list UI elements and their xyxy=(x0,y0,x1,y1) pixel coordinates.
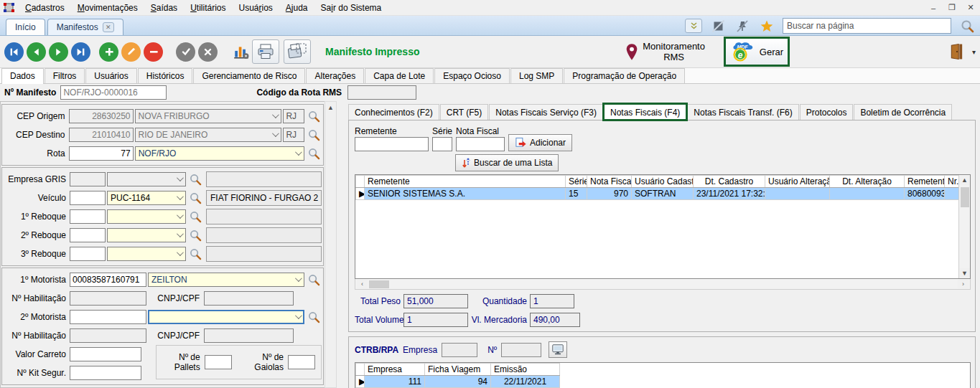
previous-record-button[interactable] xyxy=(27,42,46,62)
habilitacao1-input[interactable] xyxy=(70,291,146,306)
ctrb-grid[interactable]: EmpresaFicha ViagemEmissão▶1119422/11/20… xyxy=(355,362,971,388)
column-header[interactable]: Nota Fiscal xyxy=(587,176,632,188)
reboque1-combo[interactable] xyxy=(107,209,186,224)
column-header[interactable]: Emissão xyxy=(491,364,560,376)
cep-origem-input[interactable] xyxy=(69,109,134,123)
tab-dados[interactable]: Dados xyxy=(1,68,44,84)
restore-button[interactable]: ❐ xyxy=(943,1,961,14)
tab-inicio[interactable]: Início xyxy=(6,19,45,35)
last-record-button[interactable] xyxy=(71,42,90,62)
tab-filtros[interactable]: Filtros xyxy=(45,68,85,83)
vscroll-thumb[interactable] xyxy=(961,187,969,207)
scroll-up-icon[interactable]: ▲ xyxy=(959,175,970,185)
tab-manifestos[interactable]: Manifestos ✕ xyxy=(47,19,123,35)
manifest-number-input[interactable] xyxy=(60,85,167,100)
gaiolas-input[interactable] xyxy=(288,355,315,369)
nota-fiscal-input[interactable] xyxy=(456,137,505,151)
empresa-gris-codigo-input[interactable] xyxy=(70,172,106,186)
tab-usu-rios[interactable]: Usuários xyxy=(85,68,136,83)
rota-search-icon[interactable] xyxy=(306,148,322,160)
rota-codigo-input[interactable] xyxy=(69,146,134,161)
add-record-button[interactable] xyxy=(99,42,118,62)
pallets-input[interactable] xyxy=(205,355,232,369)
tab-espa-o-ocioso[interactable]: Espaço Ocioso xyxy=(434,68,510,83)
column-header[interactable]: Usuário Cadastro xyxy=(632,176,694,188)
notas-fiscais-grid[interactable]: RemetenteSérieNota FiscalUsuário Cadastr… xyxy=(355,174,971,279)
motorista2-combo[interactable] xyxy=(148,310,304,324)
menu-item-movimenta-es[interactable]: Movimentações xyxy=(71,1,144,14)
reboque3-codigo-input[interactable] xyxy=(70,247,106,261)
toolbar-overflow-caret[interactable]: ▾ xyxy=(972,48,976,56)
motorista1-codigo-input[interactable] xyxy=(70,273,146,287)
grid-hscrollbar[interactable]: ‹ › xyxy=(355,279,971,290)
find-search-icon[interactable] xyxy=(958,19,976,33)
print-button[interactable] xyxy=(252,39,279,64)
column-header[interactable]: Usuário Alteração xyxy=(765,176,830,188)
next-record-button[interactable] xyxy=(49,42,68,62)
column-header[interactable]: Dt. Alteração xyxy=(830,176,905,188)
double-chevron-down-icon[interactable] xyxy=(685,19,702,33)
menu-item-cadastros[interactable]: Cadastros xyxy=(19,1,71,14)
reboque2-combo[interactable] xyxy=(107,228,186,242)
close-button[interactable]: ✕ xyxy=(961,1,980,14)
column-header[interactable]: Série xyxy=(566,176,587,188)
print-preview-button[interactable] xyxy=(284,39,311,64)
menu-item-utilit-rios[interactable]: Utilitários xyxy=(184,1,232,14)
favorites-star-icon[interactable] xyxy=(758,19,775,33)
column-header[interactable]: Empresa xyxy=(365,364,425,376)
cep-origem-city-combo[interactable]: NOVA FRIBURGO xyxy=(135,109,282,123)
reboque2-codigo-input[interactable] xyxy=(70,228,106,242)
tab-notas-fiscais-f4-[interactable]: Notas Fiscais (F4) xyxy=(604,104,686,120)
delete-record-button[interactable] xyxy=(144,42,163,62)
veiculo-search-icon[interactable] xyxy=(187,192,203,204)
tab-capa-de-lote[interactable]: Capa de Lote xyxy=(365,68,434,83)
table-row[interactable]: ▶SENIOR SISTEMAS S.A.15970SOFTRAN23/11/2… xyxy=(356,188,971,200)
reboque3-combo[interactable] xyxy=(107,247,186,261)
menu-item-usu-rios[interactable]: Usuários xyxy=(232,1,279,14)
menu-item-sair-do-sistema[interactable]: Sair do Sistema xyxy=(314,1,388,14)
tab-hist-ricos[interactable]: Históricos xyxy=(138,68,193,83)
ctrb-empresa-input[interactable] xyxy=(442,343,477,357)
reboque2-search-icon[interactable] xyxy=(187,230,203,242)
motorista2-codigo-input[interactable] xyxy=(70,310,146,324)
column-header[interactable]: Ficha Viagem xyxy=(425,364,491,376)
motorista1-search-icon[interactable] xyxy=(306,274,322,286)
scroll-right-icon[interactable]: › xyxy=(958,280,969,288)
ctrb-numero-input[interactable] xyxy=(501,343,541,357)
cnpj1-input[interactable] xyxy=(204,291,294,306)
gerar-mdfe-button[interactable]: MDF e Gerar xyxy=(724,37,790,67)
edit-record-button[interactable] xyxy=(121,42,141,62)
cep-origem-search-icon[interactable] xyxy=(306,110,322,123)
minimize-button[interactable]: – xyxy=(924,1,943,14)
confirm-button[interactable] xyxy=(176,42,195,62)
serie-input[interactable] xyxy=(432,137,452,151)
cep-destino-uf-input[interactable] xyxy=(283,128,304,142)
empresa-gris-combo[interactable] xyxy=(107,172,186,186)
tab-gerenciamento-de-risco[interactable]: Gerenciamento de Risco xyxy=(193,68,305,83)
menu-item-sa-das[interactable]: Saídas xyxy=(144,1,184,14)
reboque3-search-icon[interactable] xyxy=(187,248,203,260)
buscar-lista-button[interactable]: Buscar de uma Lista xyxy=(455,154,559,171)
tab-altera-es[interactable]: Alterações xyxy=(306,68,364,83)
cnpj2-input[interactable] xyxy=(204,328,294,343)
cep-destino-search-icon[interactable] xyxy=(306,129,322,141)
table-row[interactable]: ▶1119422/11/2021 xyxy=(356,376,560,388)
grid-vscrollbar[interactable]: ▲▼ xyxy=(958,175,970,278)
cep-origem-uf-input[interactable] xyxy=(283,109,304,123)
tab-notas-fiscais-transf-f6-[interactable]: Notas Fiscais Transf. (F6) xyxy=(687,104,798,120)
exit-door-icon[interactable] xyxy=(948,42,966,61)
column-header[interactable]: Dt. Cadastro xyxy=(694,176,765,188)
ctrb-monitor-button[interactable] xyxy=(549,341,567,358)
hscroll-thumb[interactable] xyxy=(369,280,389,288)
scroll-left-icon[interactable]: ‹ xyxy=(357,280,368,288)
tab-boletim-de-ocorr-ncia[interactable]: Boletim de Ocorrência xyxy=(854,104,952,120)
valor-carreto-input[interactable] xyxy=(70,347,141,361)
column-header[interactable]: Remetente xyxy=(365,176,566,188)
motorista1-combo[interactable]: ZEILTON xyxy=(148,273,304,287)
kit-segur-input[interactable] xyxy=(70,366,141,380)
chart-gear-icon[interactable] xyxy=(230,41,252,62)
tab-programa-o-de-opera-o[interactable]: Programação de Operação xyxy=(564,68,685,83)
form-scrollbar[interactable]: ▲ xyxy=(325,101,337,388)
tab-protocolos[interactable]: Protocolos xyxy=(800,104,854,120)
cancel-button[interactable] xyxy=(198,42,218,62)
